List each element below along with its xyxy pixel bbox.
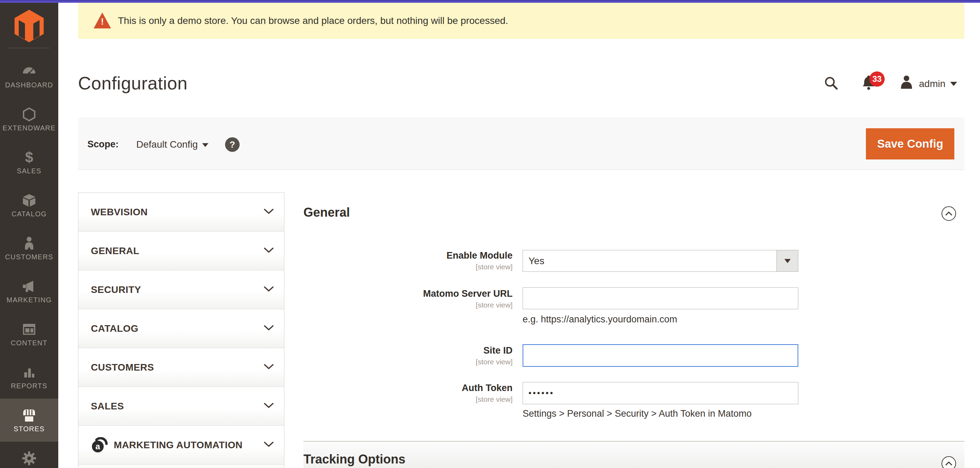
matomo-server-url-input[interactable] xyxy=(523,287,798,309)
config-nav-next-row-partial xyxy=(78,465,284,468)
chevron-down-icon xyxy=(784,259,791,263)
admin-menu[interactable]: admin xyxy=(919,78,945,89)
config-nav-customers[interactable]: CUSTOMERS xyxy=(78,348,284,387)
svg-text:a: a xyxy=(95,442,100,451)
storefront-icon xyxy=(22,408,37,423)
notification-count-badge: 33 xyxy=(869,71,885,87)
scope-bar: Scope: Default Config ? Save Config xyxy=(78,118,964,170)
sidebar-item-label: REPORTS xyxy=(0,382,58,390)
search-icon[interactable] xyxy=(824,76,839,91)
collapse-general-button[interactable] xyxy=(942,206,956,221)
scope-switcher[interactable]: Default Config xyxy=(136,139,198,150)
enable-module-select[interactable]: Yes xyxy=(523,250,798,272)
section-title-tracking-options: Tracking Options xyxy=(304,452,406,466)
dashboard-icon xyxy=(22,64,37,79)
auth-token-input[interactable] xyxy=(523,382,798,404)
field-label-enable-module: Enable Module [store view] xyxy=(304,250,512,271)
sidebar-item-marketing[interactable]: MARKETING xyxy=(0,270,58,313)
sidebar-item-reports[interactable]: REPORTS xyxy=(0,356,58,399)
sidebar-item-catalog[interactable]: CATALOG xyxy=(0,184,58,227)
browser-top-strip xyxy=(0,0,980,3)
scope-label: Scope: xyxy=(88,139,119,150)
config-nav-marketing-automation[interactable]: a MARKETING AUTOMATION xyxy=(78,426,284,465)
section-title-general: General xyxy=(304,205,350,220)
demo-store-notice: ! This is only a demo store. You can bro… xyxy=(78,3,964,39)
config-nav-catalog[interactable]: CATALOG xyxy=(78,309,284,348)
scope-hint: [store view] xyxy=(304,395,512,403)
chevron-down-icon xyxy=(264,286,274,293)
dollar-icon: $ xyxy=(22,150,37,165)
config-nav-sales[interactable]: SALES xyxy=(78,387,284,426)
demo-notice-text: This is only a demo store. You can brows… xyxy=(118,15,508,26)
megaphone-icon xyxy=(22,279,37,294)
chevron-down-icon xyxy=(202,143,208,147)
field-label-auth-token: Auth Token [store view] xyxy=(304,383,512,403)
select-dropdown-button[interactable] xyxy=(776,250,798,271)
config-nav-security[interactable]: SECURITY xyxy=(78,270,284,309)
matomo-server-url-note: e.g. https://analytics.yourdomain.com xyxy=(523,314,677,325)
sidebar-item-content[interactable]: CONTENT xyxy=(0,313,58,356)
sidebar-item-label: CONTENT xyxy=(0,339,58,347)
sidebar-item-dashboard[interactable]: DASHBOARD xyxy=(0,55,58,98)
auth-token-note: Settings > Personal > Security > Auth To… xyxy=(523,408,752,419)
warning-icon: ! xyxy=(94,13,111,29)
sidebar-item-customers[interactable]: CUSTOMERS xyxy=(0,227,58,270)
chevron-down-icon xyxy=(264,403,274,410)
gear-icon xyxy=(22,451,37,466)
hexagon-icon xyxy=(22,107,37,122)
marketing-automation-icon: a xyxy=(91,437,109,453)
chevron-down-icon xyxy=(950,82,957,86)
sidebar-item-label: MARKETING xyxy=(0,296,58,304)
help-icon[interactable]: ? xyxy=(225,137,240,152)
collapse-tracking-options-button[interactable] xyxy=(942,456,956,468)
sidebar-item-sales[interactable]: $ SALES xyxy=(0,141,58,184)
chevron-down-icon xyxy=(264,247,274,254)
config-section-nav: WEBVISION GENERAL SECURITY CATALOG CUSTO… xyxy=(78,192,284,468)
sidebar-item-extendware[interactable]: EXTENDWARE xyxy=(0,98,58,141)
chevron-down-icon xyxy=(264,209,274,216)
sidebar-item-label: EXTENDWARE xyxy=(0,124,58,132)
scope-hint: [store view] xyxy=(304,358,512,366)
chevron-down-icon xyxy=(264,442,274,449)
save-config-button[interactable]: Save Config xyxy=(866,128,955,159)
scope-hint: [store view] xyxy=(304,301,512,309)
sidebar-item-label: STORES xyxy=(0,425,58,433)
sidebar-item-label: CUSTOMERS xyxy=(0,253,58,261)
field-label-matomo-server-url: Matomo Server URL [store view] xyxy=(304,289,512,309)
admin-sidebar: DASHBOARD EXTENDWARE $ SALES CATALOG xyxy=(0,3,58,468)
bar-chart-icon xyxy=(22,365,37,380)
person-icon xyxy=(22,236,37,251)
magento-logo-icon[interactable] xyxy=(14,9,45,43)
page-title: Configuration xyxy=(78,73,188,94)
chevron-down-icon xyxy=(264,364,274,371)
sidebar-item-stores[interactable]: STORES xyxy=(0,399,58,442)
config-nav-webvision[interactable]: WEBVISION xyxy=(78,193,284,232)
layout-icon xyxy=(22,322,37,337)
package-icon xyxy=(22,193,37,208)
site-id-input[interactable] xyxy=(523,344,798,367)
chevron-down-icon xyxy=(264,325,274,332)
scope-hint: [store view] xyxy=(304,263,512,271)
sidebar-item-label: SALES xyxy=(0,167,58,175)
user-avatar-icon[interactable] xyxy=(899,74,914,89)
tracking-options-header: Tracking Options xyxy=(304,442,964,468)
config-nav-general[interactable]: GENERAL xyxy=(78,232,284,270)
sidebar-item-label: DASHBOARD xyxy=(0,81,58,89)
sidebar-divider xyxy=(8,48,50,48)
field-label-site-id: Site ID [store view] xyxy=(304,345,512,366)
sidebar-item-label: CATALOG xyxy=(0,210,58,218)
sidebar-item-system[interactable] xyxy=(0,442,58,468)
